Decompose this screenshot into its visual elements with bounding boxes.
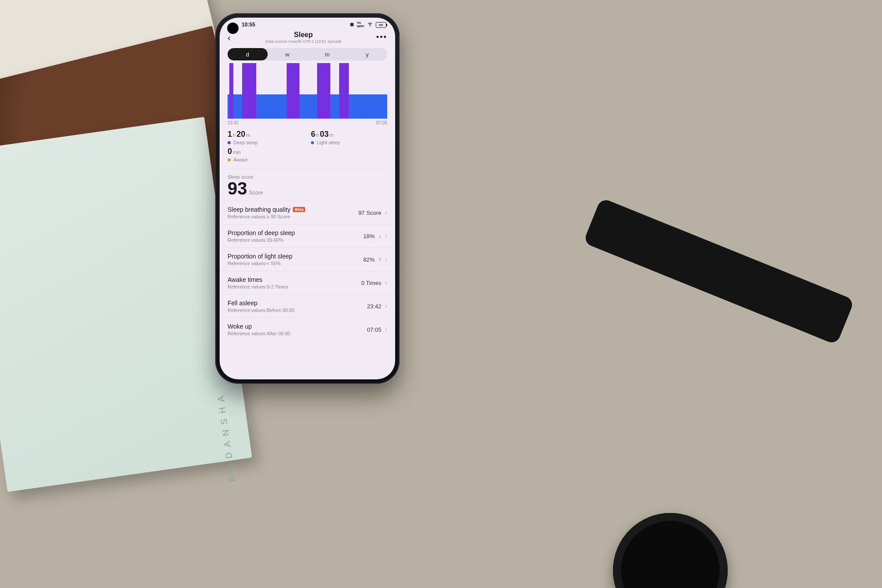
- range-option-m[interactable]: m: [307, 48, 348, 60]
- range-option-w[interactable]: w: [268, 48, 308, 60]
- battery-icon: 60: [376, 22, 386, 28]
- deep-sleep-segment: [326, 63, 330, 119]
- metric-value: 97 Score: [359, 210, 381, 216]
- metric-row[interactable]: Awake timesReference values:0-2 Times 0 …: [220, 271, 395, 294]
- chevron-right-icon: ›: [385, 326, 387, 333]
- metric-value: 23:42: [367, 303, 381, 310]
- punch-hole-camera: [228, 24, 237, 33]
- metric-value: 0 Times: [361, 280, 381, 286]
- vowifi-icon: VoWiFi: [357, 21, 364, 28]
- metric-value: 07:05: [367, 326, 381, 333]
- bluetooth-icon: ✱: [350, 22, 354, 28]
- metrics-list: Sleep breathing qualityBetaReference val…: [220, 201, 395, 341]
- metric-row[interactable]: Proportion of deep sleepReference values…: [220, 224, 395, 247]
- chevron-right-icon: ›: [385, 302, 387, 310]
- back-button[interactable]: ‹: [228, 33, 231, 42]
- score-value: 93: [228, 180, 247, 197]
- app-header: ‹ Sleep Data source:Amazfit GTR 2 (10:51…: [220, 29, 395, 45]
- sleep-score-card[interactable]: Sleep score 93 Score: [228, 169, 387, 197]
- range-option-d[interactable]: d: [228, 48, 268, 60]
- score-unit: Score: [249, 190, 263, 195]
- chevron-right-icon: ›: [385, 209, 387, 217]
- deep-sleep-segment: [242, 63, 257, 119]
- score-caption: Sleep score: [228, 174, 387, 180]
- wifi-icon: [367, 22, 373, 28]
- status-bar: 10:55 ✱ VoWiFi 60: [220, 18, 395, 29]
- chart-legend: 1h20m Deep sleep6h03m Light sleep0min Aw…: [228, 130, 387, 162]
- chart-x-end: 07:05: [376, 120, 387, 125]
- deep-sleep-segment: [229, 63, 233, 119]
- metric-row[interactable]: Proportion of light sleepReference value…: [220, 247, 395, 271]
- metric-row[interactable]: Fell asleepReference values:Before 00:00…: [220, 294, 395, 318]
- range-option-y[interactable]: y: [348, 48, 388, 60]
- legend-light: 6h03m Light sleep: [311, 130, 387, 145]
- chevron-right-icon: ›: [385, 279, 387, 287]
- arrow-up-icon: ↑: [378, 256, 381, 263]
- legend-deep: 1h20m Deep sleep: [228, 130, 304, 145]
- prop-watch-strap: [583, 198, 855, 345]
- prop-watch-face: [613, 513, 728, 588]
- sleep-chart[interactable]: 23:42 07:05: [228, 63, 387, 125]
- chart-x-start: 23:42: [228, 120, 239, 125]
- metric-row[interactable]: Sleep breathing qualityBetaReference val…: [220, 201, 395, 224]
- deep-sleep-segment: [317, 63, 327, 119]
- metric-value: 82%: [363, 256, 375, 263]
- chevron-right-icon: ›: [385, 255, 387, 263]
- more-button[interactable]: •••: [376, 36, 387, 39]
- page-title: Sleep: [231, 31, 376, 39]
- metric-row[interactable]: Woke upReference values:After 06:00 07:0…: [220, 318, 395, 341]
- deep-sleep-segment: [287, 63, 299, 119]
- beta-badge: Beta: [293, 207, 305, 212]
- phone-frame: 10:55 ✱ VoWiFi 60 ‹ Sleep Data source:Am…: [215, 13, 400, 384]
- range-toggle: dwmy: [228, 48, 387, 60]
- page-subtitle: Data source:Amazfit GTR 2 (10:51 synced): [231, 39, 376, 44]
- metric-value: 18%: [363, 233, 375, 240]
- arrow-down-icon: ↓: [378, 232, 381, 240]
- phone-screen: 10:55 ✱ VoWiFi 60 ‹ Sleep Data source:Am…: [220, 18, 395, 379]
- deep-sleep-segment: [339, 63, 349, 119]
- chevron-right-icon: ›: [385, 232, 387, 240]
- legend-awake: 0min Awake: [228, 147, 304, 162]
- status-time: 10:55: [242, 22, 255, 28]
